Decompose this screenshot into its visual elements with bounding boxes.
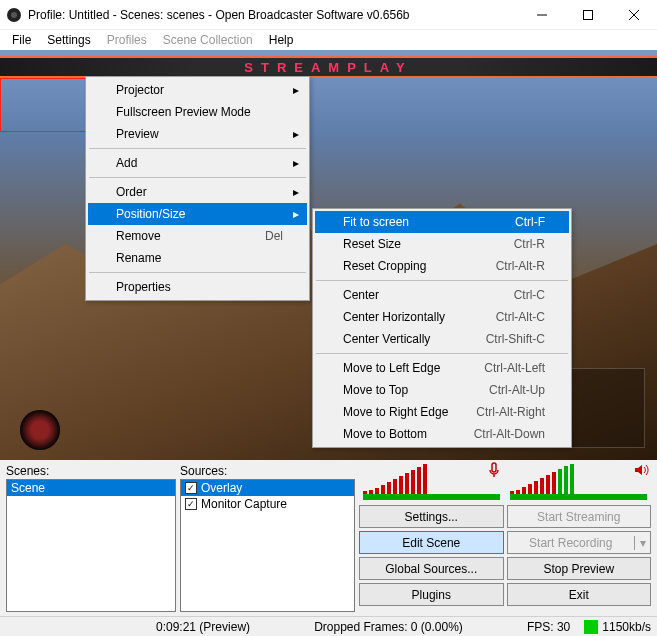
sources-list[interactable]: ✓Overlay ✓Monitor Capture <box>180 479 355 612</box>
checkbox-icon[interactable]: ✓ <box>185 498 197 510</box>
chevron-right-icon: ▸ <box>293 156 299 170</box>
sub-center-vertically[interactable]: Center VerticallyCtrl-Shift-C <box>315 328 569 350</box>
source-item-monitor-capture[interactable]: ✓Monitor Capture <box>181 496 354 512</box>
sub-center-horizontally[interactable]: Center HorizontallyCtrl-Alt-C <box>315 306 569 328</box>
settings-button[interactable]: Settings... <box>359 505 504 528</box>
chevron-right-icon: ▸ <box>293 207 299 221</box>
menu-settings[interactable]: Settings <box>39 31 98 49</box>
sources-label: Sources: <box>180 464 355 478</box>
svg-point-1 <box>11 12 17 18</box>
ctx-order[interactable]: Order▸ <box>88 181 307 203</box>
sub-reset-cropping[interactable]: Reset CroppingCtrl-Alt-R <box>315 255 569 277</box>
controls-panel: Settings... Start Streaming Edit Scene S… <box>359 464 651 612</box>
chevron-right-icon: ▸ <box>293 83 299 97</box>
menu-scene-collection[interactable]: Scene Collection <box>155 31 261 49</box>
status-time: 0:09:21 (Preview) <box>156 620 250 634</box>
audio-meters <box>359 464 651 494</box>
close-button[interactable] <box>611 0 657 30</box>
sub-move-top[interactable]: Move to TopCtrl-Alt-Up <box>315 379 569 401</box>
sub-move-bottom[interactable]: Move to BottomCtrl-Alt-Down <box>315 423 569 445</box>
sub-fit-to-screen[interactable]: Fit to screenCtrl-F <box>315 211 569 233</box>
preview-hud-radar <box>20 410 60 450</box>
global-sources-button[interactable]: Global Sources... <box>359 557 504 580</box>
menu-separator <box>89 177 306 178</box>
start-recording-label: Start Recording <box>508 536 635 550</box>
volume-sliders <box>359 494 651 500</box>
scenes-panel: Scenes: Scene <box>6 464 176 612</box>
stop-preview-button[interactable]: Stop Preview <box>507 557 652 580</box>
ctx-preview[interactable]: Preview▸ <box>88 123 307 145</box>
sources-panel: Sources: ✓Overlay ✓Monitor Capture <box>180 464 355 612</box>
source-label: Overlay <box>201 481 242 495</box>
menubar: File Settings Profiles Scene Collection … <box>0 30 657 50</box>
context-menu: Projector▸ Fullscreen Preview Mode Previ… <box>85 76 310 301</box>
chevron-right-icon: ▸ <box>293 185 299 199</box>
menu-file[interactable]: File <box>4 31 39 49</box>
menu-separator <box>89 272 306 273</box>
microphone-icon <box>486 462 502 478</box>
chevron-right-icon: ▸ <box>293 127 299 141</box>
menu-separator <box>316 280 568 281</box>
menu-help[interactable]: Help <box>261 31 302 49</box>
control-buttons: Settings... Start Streaming Edit Scene S… <box>359 503 651 608</box>
desktop-audio-meter[interactable] <box>510 464 647 494</box>
checkbox-icon[interactable]: ✓ <box>185 482 197 494</box>
menu-separator <box>316 353 568 354</box>
minimize-button[interactable] <box>519 0 565 30</box>
sub-move-left[interactable]: Move to Left EdgeCtrl-Alt-Left <box>315 357 569 379</box>
status-health-indicator <box>584 620 598 634</box>
sub-reset-size[interactable]: Reset SizeCtrl-R <box>315 233 569 255</box>
source-item-overlay[interactable]: ✓Overlay <box>181 480 354 496</box>
start-streaming-button[interactable]: Start Streaming <box>507 505 652 528</box>
ctx-remove[interactable]: RemoveDel <box>88 225 307 247</box>
titlebar: Profile: Untitled - Scenes: scenes - Ope… <box>0 0 657 30</box>
menu-separator <box>89 148 306 149</box>
status-fps: FPS: 30 <box>527 620 570 634</box>
mic-volume-slider[interactable] <box>363 494 500 500</box>
window-title: Profile: Untitled - Scenes: scenes - Ope… <box>28 8 519 22</box>
plugins-button[interactable]: Plugins <box>359 583 504 606</box>
source-selection-rect[interactable] <box>0 78 90 132</box>
status-bitrate: 1150kb/s <box>602 620 651 634</box>
sub-move-right[interactable]: Move to Right EdgeCtrl-Alt-Right <box>315 401 569 423</box>
app-icon <box>6 7 22 23</box>
chevron-down-icon[interactable]: ▾ <box>634 536 650 550</box>
overlay-brand-bar: STREAMPLAY <box>0 56 657 78</box>
speaker-icon <box>633 462 649 478</box>
maximize-button[interactable] <box>565 0 611 30</box>
status-dropped-frames: Dropped Frames: 0 (0.00%) <box>250 620 527 634</box>
exit-button[interactable]: Exit <box>507 583 652 606</box>
scenes-label: Scenes: <box>6 464 176 478</box>
status-bar: 0:09:21 (Preview) Dropped Frames: 0 (0.0… <box>0 616 657 636</box>
ctx-projector[interactable]: Projector▸ <box>88 79 307 101</box>
bottom-panel: Scenes: Scene Sources: ✓Overlay ✓Monitor… <box>0 460 657 616</box>
scene-item[interactable]: Scene <box>7 480 175 496</box>
source-label: Monitor Capture <box>201 497 287 511</box>
ctx-position-size[interactable]: Position/Size▸ <box>88 203 307 225</box>
menu-profiles[interactable]: Profiles <box>99 31 155 49</box>
ctx-fullscreen-preview[interactable]: Fullscreen Preview Mode <box>88 101 307 123</box>
ctx-rename[interactable]: Rename <box>88 247 307 269</box>
scenes-list[interactable]: Scene <box>6 479 176 612</box>
desktop-volume-slider[interactable] <box>510 494 647 500</box>
position-size-submenu: Fit to screenCtrl-F Reset SizeCtrl-R Res… <box>312 208 572 448</box>
ctx-add[interactable]: Add▸ <box>88 152 307 174</box>
start-recording-button[interactable]: Start Recording▾ <box>507 531 652 554</box>
ctx-properties[interactable]: Properties <box>88 276 307 298</box>
mic-meter[interactable] <box>363 464 500 494</box>
edit-scene-button[interactable]: Edit Scene <box>359 531 504 554</box>
svg-rect-3 <box>584 10 593 19</box>
sub-center[interactable]: CenterCtrl-C <box>315 284 569 306</box>
